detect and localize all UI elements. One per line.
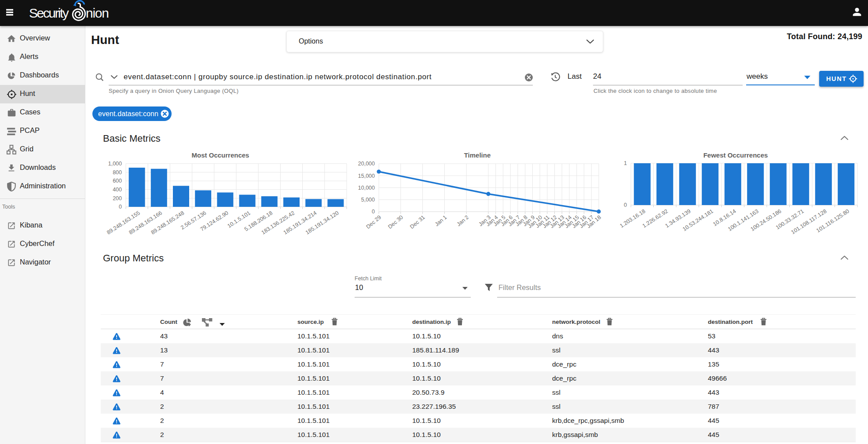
svg-text:Fewest Occurrences: Fewest Occurrences bbox=[703, 151, 768, 159]
svg-text:0: 0 bbox=[624, 202, 627, 208]
svg-text:10,000: 10,000 bbox=[358, 185, 375, 191]
svg-text:1: 1 bbox=[624, 160, 627, 166]
svg-text:5,000: 5,000 bbox=[361, 197, 375, 203]
svg-text:Jan 2: Jan 2 bbox=[456, 214, 470, 228]
svg-text:800: 800 bbox=[113, 169, 122, 176]
svg-text:400: 400 bbox=[113, 187, 122, 193]
svg-text:Dec 31: Dec 31 bbox=[409, 214, 426, 230]
svg-text:0: 0 bbox=[372, 209, 375, 215]
svg-text:1,000: 1,000 bbox=[108, 161, 122, 167]
svg-text:Dec 29: Dec 29 bbox=[365, 214, 382, 230]
svg-text:Jan 1: Jan 1 bbox=[434, 214, 448, 228]
svg-text:20,000: 20,000 bbox=[358, 161, 375, 167]
svg-text:200: 200 bbox=[113, 195, 122, 202]
svg-text:600: 600 bbox=[113, 178, 122, 184]
svg-text:15,000: 15,000 bbox=[358, 173, 375, 179]
svg-text:0: 0 bbox=[119, 204, 122, 210]
svg-text:Most Occurrences: Most Occurrences bbox=[192, 151, 249, 159]
svg-text:Timeline: Timeline bbox=[464, 151, 491, 159]
svg-text:Dec 30: Dec 30 bbox=[387, 214, 404, 230]
